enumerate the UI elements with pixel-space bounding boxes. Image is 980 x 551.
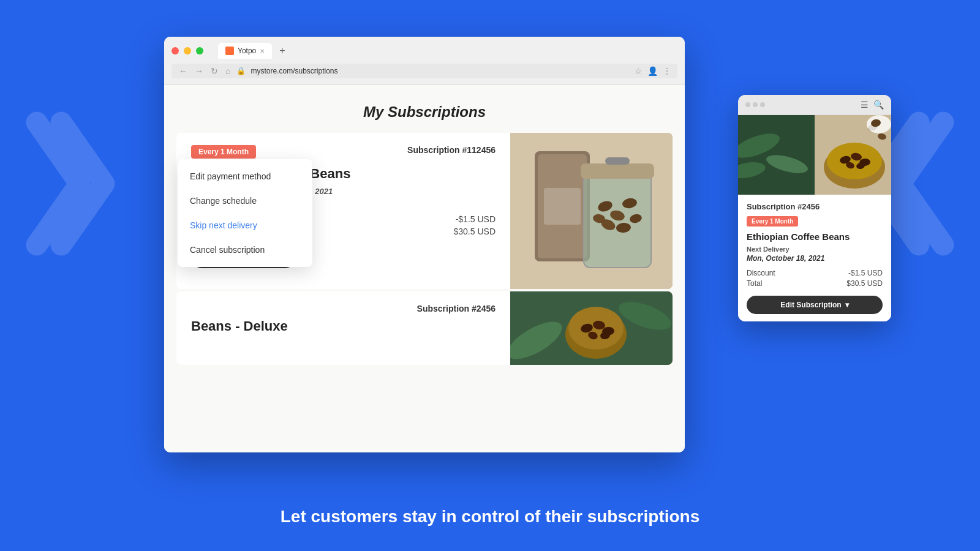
sub-number-1: Subscription #112456 [407,145,496,155]
mobile-card-body: Subscription #2456 Every 1 Month Ethiopi… [738,195,891,321]
svg-point-30 [827,143,882,179]
forward-button[interactable]: → [194,66,205,76]
mobile-menu-icon[interactable]: ☰ [861,100,869,110]
mobile-dots [745,102,765,107]
back-button[interactable]: ← [178,66,189,76]
subscription-card-2: Subscription #2456 Beans - Deluxe [176,291,673,365]
mobile-sub-number: Subscription #2456 [747,202,883,211]
card-content-2: Subscription #2456 Beans - Deluxe [176,291,510,365]
card-header-2: Subscription #2456 [191,304,496,318]
mobile-next-delivery-label: Next Delivery [747,246,883,253]
mobile-chevron-down-icon: ▾ [845,301,849,309]
browser-controls: Yotpo ✕ + [172,43,677,59]
mobile-dot-1 [745,102,750,107]
address-bar: ← → ↻ ⌂ 🔒 mystore.com/subscriptions ☆ 👤 … [172,64,677,78]
mobile-preview: ☰ 🔍 [738,95,891,321]
dropdown-item-cancel[interactable]: Cancel subscription [178,238,312,262]
close-dot[interactable] [172,47,179,54]
home-button[interactable]: ⌂ [224,66,232,76]
mobile-dot-2 [753,102,758,107]
mobile-dot-3 [760,102,765,107]
mobile-icons: ☰ 🔍 [861,100,884,110]
svg-rect-12 [605,157,630,165]
tab-close-icon[interactable]: ✕ [260,48,265,54]
tab-label: Yotpo [238,47,256,55]
minimize-dot[interactable] [184,47,191,54]
svg-rect-4 [581,163,654,179]
dropdown-item-skip[interactable]: Skip next delivery [178,213,312,238]
page-title: My Subscriptions [164,85,685,133]
page-content: My Subscriptions Every 1 Month Subscript… [164,85,685,452]
dropdown-item-schedule[interactable]: Change schedule [178,189,312,213]
svg-rect-13 [544,188,581,225]
star-icon[interactable]: ☆ [635,66,643,76]
maximize-dot[interactable] [196,47,203,54]
product-image-2 [510,291,673,365]
menu-icon[interactable]: ⋮ [663,66,671,76]
new-tab-button[interactable]: + [274,45,290,56]
tagline: Let customers stay in control of their s… [0,507,980,527]
mobile-chrome: ☰ 🔍 [738,95,891,115]
product-image-1 [510,133,673,289]
active-tab[interactable]: Yotpo ✕ [218,43,272,59]
mobile-content: Subscription #2456 Every 1 Month Ethiopi… [738,115,891,321]
mobile-total-row: Total $30.5 USD [747,279,883,288]
mobile-product-name: Ethiopian Coffee Beans [747,231,883,242]
mobile-search-icon[interactable]: 🔍 [873,100,884,110]
dropdown-menu: Edit payment method Change schedule Skip… [178,159,312,267]
tab-favicon [225,47,234,55]
address-icons: ☆ 👤 ⋮ [635,66,671,76]
mobile-edit-subscription-button[interactable]: Edit Subscription ▾ [747,296,883,314]
left-arrows [0,0,184,429]
browser-chrome: Yotpo ✕ + ← → ↻ ⌂ 🔒 mystore.com/subscrip… [164,37,685,85]
mobile-next-delivery-date: Mon, October 18, 2021 [747,254,883,263]
profile-icon[interactable]: 👤 [647,66,658,76]
refresh-button[interactable]: ↻ [209,66,219,76]
mobile-discount-row: Discount -$1.5 USD [747,269,883,277]
sub-number-2: Subscription #2456 [417,304,496,313]
dropdown-item-payment[interactable]: Edit payment method [178,164,312,189]
mobile-product-image [738,115,891,195]
product-name-2: Beans - Deluxe [191,318,496,334]
mobile-frequency-badge: Every 1 Month [747,216,798,227]
browser-window: Yotpo ✕ + ← → ↻ ⌂ 🔒 mystore.com/subscrip… [164,37,685,452]
url-text: mystore.com/subscriptions [251,67,630,75]
tab-bar: Yotpo ✕ + [218,43,290,59]
